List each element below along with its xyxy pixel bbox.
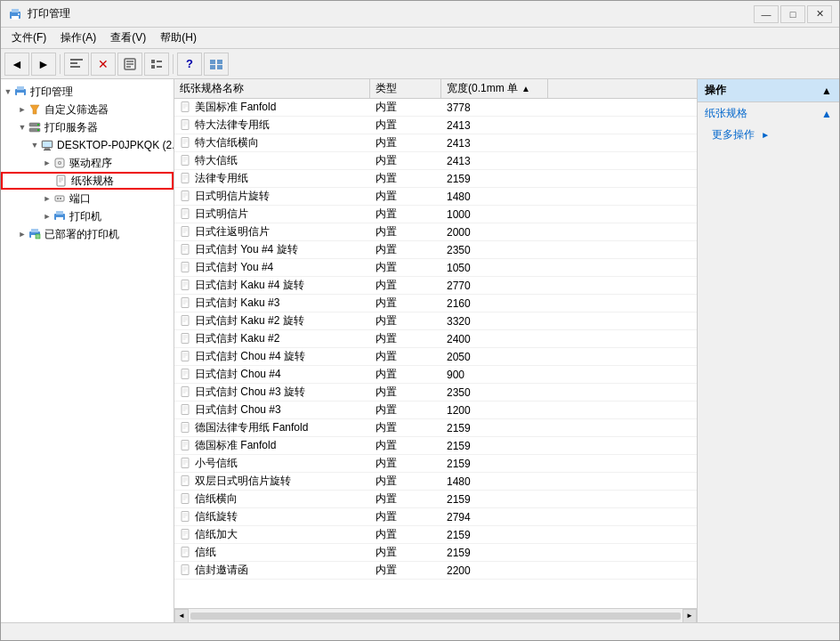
menu-file[interactable]: 文件(F) — [4, 28, 53, 47]
expand-desktop[interactable]: ▼ — [29, 140, 40, 150]
delete-button[interactable]: ✕ — [91, 53, 116, 76]
expand-printer[interactable]: ► — [42, 211, 52, 222]
table-row[interactable]: 日式信封 Kaku #4 旋转 内置 2770 — [174, 277, 697, 295]
table-row[interactable]: 信封邀请函 内置 2200 — [174, 562, 697, 580]
row-paper-icon — [180, 173, 192, 185]
row-paper-icon — [180, 297, 192, 310]
row-name-label: 特大信纸横向 — [195, 135, 259, 150]
svg-rect-76 — [182, 227, 189, 237]
menu-action[interactable]: 操作(A) — [53, 28, 103, 47]
table-row[interactable]: 德国标准 Fanfold 内置 2159 — [174, 437, 697, 455]
table-row[interactable]: 特大法律专用纸 内置 2413 — [174, 117, 697, 134]
table-row[interactable]: 信纸横向 内置 2159 — [174, 491, 697, 508]
tree-item-paper[interactable]: 纸张规格 — [1, 172, 174, 190]
row-paper-icon — [180, 226, 192, 239]
menu-help[interactable]: 帮助(H) — [153, 28, 204, 47]
table-row[interactable]: 特大信纸横向 内置 2413 — [174, 134, 697, 152]
col-header-name[interactable]: 纸张规格名称 — [174, 79, 370, 98]
tree-item-port[interactable]: ► 端口 — [1, 190, 174, 207]
table-row[interactable]: 日式往返明信片 内置 2000 — [174, 223, 697, 241]
expand-print-srv[interactable]: ▼ — [17, 122, 28, 133]
table-row[interactable]: 法律专用纸 内置 2159 — [174, 170, 697, 188]
back-button[interactable]: ◄ — [4, 53, 29, 76]
table-row[interactable]: 日式明信片 内置 1000 — [174, 206, 697, 223]
help-button[interactable]: ? — [177, 53, 202, 76]
col-header-width[interactable]: 宽度(0.1mm 单 ▲ — [441, 79, 548, 98]
menu-view[interactable]: 查看(V) — [103, 28, 153, 47]
view-button[interactable] — [204, 53, 229, 76]
more-actions-arrow-icon: ► — [761, 130, 770, 140]
row-name-label: 德国法律专用纸 Fanfold — [195, 420, 308, 435]
row-paper-icon — [180, 458, 192, 470]
table-row[interactable]: 日式信封 You #4 旋转 内置 2350 — [174, 241, 697, 259]
row-width-label: 2413 — [441, 153, 548, 169]
table-row[interactable]: 日式信封 Kaku #2 内置 2400 — [174, 330, 697, 348]
row-paper-icon — [180, 351, 192, 363]
collapse-arrow-icon[interactable]: ▲ — [821, 85, 832, 97]
scroll-left-btn[interactable]: ◄ — [174, 609, 189, 623]
row-paper-icon — [180, 564, 192, 577]
tree-item-printer[interactable]: ► 打印机 — [1, 207, 174, 225]
properties-button[interactable] — [117, 53, 142, 76]
svg-rect-112 — [182, 387, 189, 397]
svg-rect-20 — [17, 86, 24, 90]
row-name-label: 特大信纸 — [195, 153, 238, 168]
table-row[interactable]: 美国标准 Fanfold 内置 3778 — [174, 99, 697, 117]
table-row[interactable]: 信纸加大 内置 2159 — [174, 526, 697, 544]
show-hide-button[interactable] — [64, 53, 89, 76]
close-button[interactable]: ✕ — [807, 5, 832, 23]
expand-print-mgr[interactable]: ▼ — [3, 86, 13, 97]
row-name-label: 信纸 — [195, 545, 216, 560]
expand-paper[interactable] — [44, 175, 54, 186]
svg-point-26 — [37, 129, 39, 131]
row-width-label: 2050 — [441, 349, 548, 365]
svg-rect-16 — [217, 60, 222, 64]
scroll-right-btn[interactable]: ► — [682, 609, 697, 623]
tree-item-desktop[interactable]: ▼ DESKTOP-P0JPKQK (2... — [1, 136, 174, 154]
row-type-label: 内置 — [370, 240, 441, 259]
table-row[interactable]: 德国法律专用纸 Fanfold 内置 2159 — [174, 419, 697, 437]
table-row[interactable]: 日式信封 Chou #4 内置 900 — [174, 366, 697, 384]
tree-item-filter[interactable]: ► 自定义筛选器 — [1, 101, 174, 118]
expand-deployed[interactable]: ► — [17, 229, 28, 239]
table-row[interactable]: 信纸 内置 2159 — [174, 544, 697, 562]
tree-item-deployed[interactable]: ► 已部署的打印机 — [1, 225, 174, 243]
list-body[interactable]: 美国标准 Fanfold 内置 3778 特大法律专用纸 内置 2413 — [174, 99, 697, 608]
expand-port[interactable]: ► — [42, 193, 52, 204]
main-content: ▼ 打印管理 ► 自定义筛选器 ▼ 打印服务器 — [1, 79, 839, 622]
table-row[interactable]: 日式信封 Chou #3 旋转 内置 2350 — [174, 384, 697, 402]
row-name-label: 小号信纸 — [195, 456, 238, 471]
tree-item-print-mgr[interactable]: ▼ 打印管理 — [1, 83, 174, 101]
table-row[interactable]: 特大信纸 内置 2413 — [174, 152, 697, 170]
scroll-track[interactable] — [190, 613, 681, 620]
table-row[interactable]: 日式信封 Kaku #2 旋转 内置 3320 — [174, 312, 697, 330]
row-paper-icon — [180, 511, 192, 523]
table-row[interactable]: 日式信封 You #4 内置 1050 — [174, 259, 697, 277]
table-row[interactable]: 小号信纸 内置 2159 — [174, 455, 697, 473]
tree-item-print-srv[interactable]: ▼ 打印服务器 — [1, 118, 174, 136]
maximize-button[interactable]: □ — [780, 5, 805, 23]
tree-label-paper: 纸张规格 — [71, 174, 114, 189]
table-row[interactable]: 日式信封 Kaku #3 内置 2160 — [174, 295, 697, 312]
list-button[interactable] — [144, 53, 169, 76]
row-paper-icon — [180, 119, 192, 132]
tree-item-drivers[interactable]: ► 驱动程序 — [1, 154, 174, 172]
row-paper-icon — [180, 422, 192, 434]
svg-rect-2 — [12, 16, 19, 20]
expand-drivers[interactable]: ► — [42, 158, 52, 168]
table-row[interactable]: 双层日式明信片旋转 内置 1480 — [174, 473, 697, 491]
server-icon — [28, 120, 42, 134]
right-section-paper[interactable]: 纸张规格 ▲ — [698, 102, 839, 125]
right-item-more-actions[interactable]: 更多操作 ► — [698, 125, 839, 145]
col-header-type[interactable]: 类型 — [370, 79, 441, 98]
svg-rect-34 — [57, 175, 65, 186]
table-row[interactable]: 信纸旋转 内置 2794 — [174, 508, 697, 526]
table-row[interactable]: 日式信封 Chou #3 内置 1200 — [174, 402, 697, 419]
table-row[interactable]: 日式明信片旋转 内置 1480 — [174, 188, 697, 206]
col-width-label: 宽度(0.1mm 单 — [447, 81, 518, 96]
table-row[interactable]: 日式信封 Chou #4 旋转 内置 2050 — [174, 348, 697, 366]
expand-filter[interactable]: ► — [17, 104, 28, 115]
minimize-button[interactable]: — — [754, 5, 779, 23]
forward-button[interactable]: ► — [31, 53, 56, 76]
row-name-label: 日式信封 You #4 — [195, 260, 273, 275]
